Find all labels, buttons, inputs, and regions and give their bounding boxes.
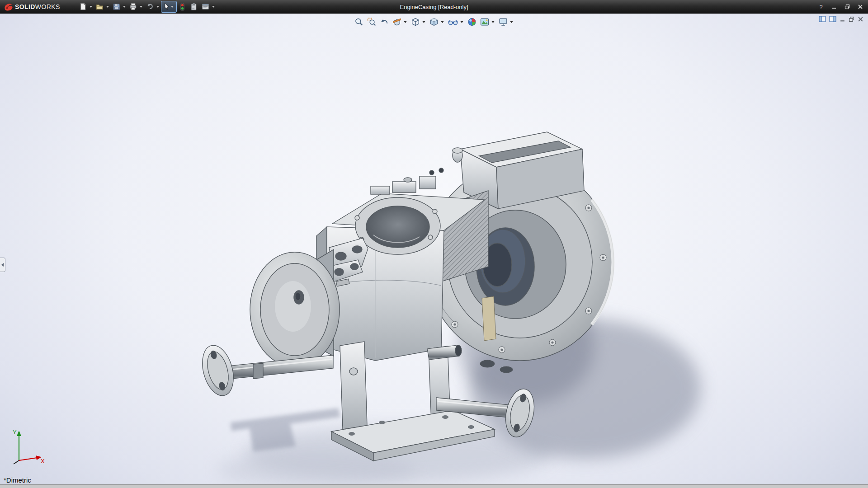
undo-icon <box>146 3 154 10</box>
display-style-button[interactable] <box>429 16 440 28</box>
doc-close-button[interactable] <box>858 16 863 24</box>
edit-appearance-button[interactable] <box>467 16 478 28</box>
view-settings-button[interactable] <box>498 16 509 28</box>
options-dropdown[interactable] <box>212 6 215 8</box>
doc-restore-button[interactable] <box>849 16 854 24</box>
doc-restore-icon <box>849 16 854 22</box>
doc-close-icon <box>858 16 863 22</box>
previous-view-button[interactable] <box>379 16 390 28</box>
undo-button[interactable] <box>144 1 156 13</box>
feature-manager-collapsed-tab[interactable] <box>0 258 5 272</box>
pane-left-button[interactable] <box>819 16 826 24</box>
main-toolbar <box>77 1 216 13</box>
hide-show-items-button[interactable] <box>447 16 459 28</box>
hide-show-glasses-icon <box>448 17 458 27</box>
solidworks-logo-text: SOLIDWORKS <box>15 3 60 10</box>
help-button[interactable]: ? <box>817 3 825 11</box>
document-window-controls <box>819 16 863 24</box>
view-settings-icon <box>499 17 508 27</box>
apply-scene-icon <box>480 17 490 27</box>
display-style-dropdown[interactable] <box>441 21 444 23</box>
reference-triad: Y X <box>9 428 45 466</box>
print-icon <box>129 3 137 10</box>
edit-appearance-sphere-icon <box>467 17 477 27</box>
inner-bracket <box>482 296 496 341</box>
save-dropdown[interactable] <box>123 6 126 8</box>
select-tool-button[interactable] <box>161 1 177 13</box>
close-icon <box>858 4 863 9</box>
pane-left-icon <box>819 16 826 22</box>
select-cursor-icon <box>163 3 170 10</box>
apply-scene-button[interactable] <box>479 16 491 28</box>
save-icon <box>113 3 120 10</box>
print-button[interactable] <box>127 1 139 13</box>
solidworks-logo: SOLIDWORKS <box>0 3 66 11</box>
app-close-button[interactable] <box>856 3 864 11</box>
doc-minimize-button[interactable] <box>840 16 845 24</box>
pane-right-button[interactable] <box>829 16 836 24</box>
zoom-fit-icon <box>354 17 364 27</box>
triad-x-label: X <box>41 458 45 465</box>
clipboard-button[interactable] <box>188 1 199 13</box>
rebuild-stoplight-icon <box>179 3 186 11</box>
view-settings-dropdown[interactable] <box>510 21 513 23</box>
titlebar: SOLIDWORKS <box>0 0 868 14</box>
view-orientation-cube-icon <box>411 17 420 27</box>
previous-view-icon <box>380 17 389 27</box>
zoom-fit-button[interactable] <box>354 16 365 28</box>
hide-show-items-dropdown[interactable] <box>461 21 463 23</box>
display-style-icon <box>429 17 439 27</box>
flywheel-cover <box>250 249 340 367</box>
engine-casing-model[interactable] <box>0 14 868 488</box>
section-view-icon <box>392 17 402 27</box>
open-button[interactable] <box>94 1 105 13</box>
app-minimize-button[interactable] <box>830 3 838 11</box>
solidworks-logo-icon <box>4 3 13 11</box>
app-window-controls: ? <box>817 0 864 14</box>
open-folder-icon <box>96 3 104 10</box>
pane-right-icon <box>829 16 836 22</box>
rebuild-button[interactable] <box>177 1 188 13</box>
restore-icon <box>844 4 850 9</box>
new-document-icon <box>79 3 87 10</box>
view-orientation-dropdown[interactable] <box>423 21 425 23</box>
triad-y-label: Y <box>13 429 17 436</box>
options-icon <box>202 3 209 10</box>
view-orientation-label: *Dimetric <box>4 476 31 484</box>
document-title: EngineCasing [Read-only] <box>400 0 468 14</box>
minimize-icon <box>831 4 837 9</box>
clipboard-icon <box>190 3 198 10</box>
view-orientation-button[interactable] <box>410 16 421 28</box>
new-document-dropdown[interactable] <box>90 6 92 8</box>
app-restore-button[interactable] <box>843 3 851 11</box>
select-tool-dropdown[interactable] <box>171 6 174 8</box>
section-view-dropdown[interactable] <box>404 21 407 23</box>
doc-minimize-icon <box>840 16 845 22</box>
print-dropdown[interactable] <box>140 6 142 8</box>
section-view-button[interactable] <box>392 16 403 28</box>
status-bar <box>0 484 868 488</box>
zoom-area-icon <box>367 17 377 27</box>
new-document-button[interactable] <box>77 1 89 13</box>
zoom-area-button[interactable] <box>366 16 377 28</box>
headsup-view-toolbar <box>354 16 515 28</box>
open-dropdown[interactable] <box>106 6 109 8</box>
chevron-left-icon <box>1 263 4 267</box>
undo-dropdown[interactable] <box>156 6 159 8</box>
options-button[interactable] <box>200 1 211 13</box>
graphics-viewport[interactable]: Y X *Dimetric <box>0 14 868 488</box>
save-button[interactable] <box>111 1 122 13</box>
apply-scene-dropdown[interactable] <box>492 21 495 23</box>
